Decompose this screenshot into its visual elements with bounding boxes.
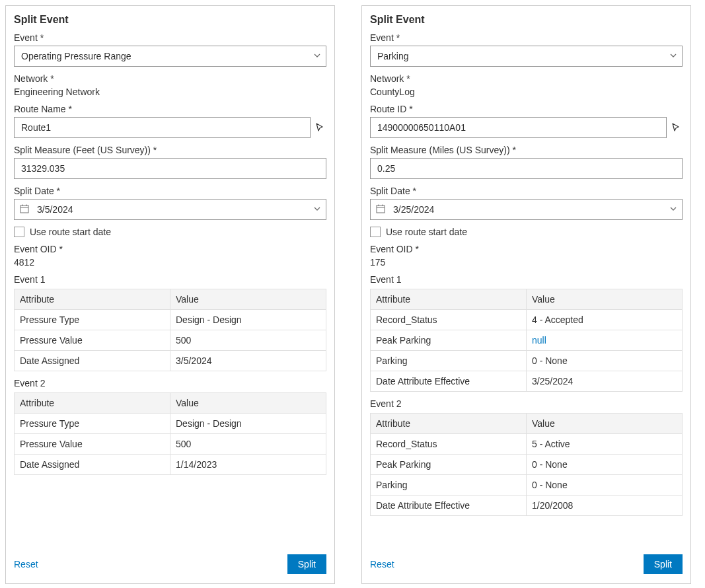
network-value: CountyLog xyxy=(370,87,683,97)
table-header-attribute: Attribute xyxy=(371,414,527,434)
chevron-down-icon xyxy=(313,52,321,59)
table-header-attribute: Attribute xyxy=(371,289,527,310)
table-row: Peak Parking0 - None xyxy=(371,455,683,475)
chevron-down-icon xyxy=(313,205,321,213)
table-header-attribute: Attribute xyxy=(15,289,170,310)
table-row: Date Attribute Effective3/25/2024 xyxy=(371,371,683,392)
pane-title: Split Event xyxy=(370,14,683,26)
use-route-start-label: Use route start date xyxy=(30,227,111,237)
event1-heading: Event 1 xyxy=(370,274,683,285)
event1-table: Attribute Value Pressure TypeDesign - De… xyxy=(14,289,326,371)
split-button[interactable]: Split xyxy=(287,554,326,574)
table-header-value: Value xyxy=(527,414,683,434)
chevron-down-icon xyxy=(669,52,677,59)
date-label: Split Date * xyxy=(370,186,683,196)
table-row: Parking0 - None xyxy=(371,351,683,371)
network-value: Engineering Network xyxy=(14,87,326,97)
event-select[interactable]: Parking xyxy=(370,46,683,67)
use-route-start-checkbox[interactable] xyxy=(14,227,24,237)
measure-input[interactable]: 0.25 xyxy=(370,158,683,179)
split-button[interactable]: Split xyxy=(644,554,683,574)
calendar-icon xyxy=(375,203,386,214)
oid-value: 175 xyxy=(370,257,683,268)
event-select[interactable]: Operating Pressure Range xyxy=(14,46,326,67)
event2-table: Attribute Value Record_Status5 - Active … xyxy=(370,413,683,516)
oid-value: 4812 xyxy=(14,257,326,268)
event-label: Event * xyxy=(14,32,326,43)
use-route-start-label: Use route start date xyxy=(386,227,467,237)
table-row: Pressure Value500 xyxy=(15,330,326,351)
table-header-attribute: Attribute xyxy=(15,393,170,414)
oid-label: Event OID * xyxy=(14,244,326,254)
svg-rect-0 xyxy=(20,205,28,213)
network-label: Network * xyxy=(14,73,326,84)
measure-label: Split Measure (Miles (US Survey)) * xyxy=(370,145,683,155)
date-input[interactable]: 3/25/2024 xyxy=(370,199,683,220)
pane-title: Split Event xyxy=(14,14,326,26)
table-header-value: Value xyxy=(527,289,683,310)
event2-heading: Event 2 xyxy=(370,398,683,409)
route-label: Route ID * xyxy=(370,104,683,114)
split-event-pane: Split Event Event * Operating Pressure R… xyxy=(5,5,335,584)
table-header-value: Value xyxy=(170,289,326,310)
table-row: Date Assigned1/14/2023 xyxy=(15,455,326,475)
pick-route-icon[interactable] xyxy=(315,122,326,133)
route-label: Route Name * xyxy=(14,104,326,114)
table-row: Pressure TypeDesign - Design xyxy=(15,414,326,434)
reset-link[interactable]: Reset xyxy=(14,559,38,570)
reset-link[interactable]: Reset xyxy=(370,559,394,570)
event2-heading: Event 2 xyxy=(14,378,326,388)
date-label: Split Date * xyxy=(14,186,326,196)
table-row: Record_Status4 - Accepted xyxy=(371,310,683,330)
measure-input[interactable]: 31329.035 xyxy=(14,158,326,179)
pick-route-icon[interactable] xyxy=(671,122,683,133)
table-row: Record_Status5 - Active xyxy=(371,434,683,455)
use-route-start-checkbox[interactable] xyxy=(370,227,381,237)
table-row: Pressure Value500 xyxy=(15,434,326,455)
svg-rect-4 xyxy=(377,205,385,213)
oid-label: Event OID * xyxy=(370,244,683,254)
measure-label: Split Measure (Feet (US Survey)) * xyxy=(14,145,326,155)
date-input[interactable]: 3/5/2024 xyxy=(14,199,326,220)
event1-table: Attribute Value Record_Status4 - Accepte… xyxy=(370,289,683,392)
table-row: Parking0 - None xyxy=(371,475,683,496)
route-input[interactable]: 14900000650110A01 xyxy=(370,117,667,138)
table-row: Date Assigned3/5/2024 xyxy=(15,351,326,371)
event-label: Event * xyxy=(370,32,683,43)
calendar-icon xyxy=(19,203,30,214)
event2-table: Attribute Value Pressure TypeDesign - De… xyxy=(14,392,326,475)
event1-heading: Event 1 xyxy=(14,274,326,285)
chevron-down-icon xyxy=(669,205,677,213)
route-input[interactable]: Route1 xyxy=(14,117,311,138)
table-row: Date Attribute Effective1/20/2008 xyxy=(371,496,683,516)
network-label: Network * xyxy=(370,73,683,84)
table-row: Peak Parkingnull xyxy=(371,330,683,351)
split-event-pane: Split Event Event * Parking Network * Co… xyxy=(361,5,691,584)
table-row: Pressure TypeDesign - Design xyxy=(15,310,326,330)
table-header-value: Value xyxy=(170,393,326,414)
